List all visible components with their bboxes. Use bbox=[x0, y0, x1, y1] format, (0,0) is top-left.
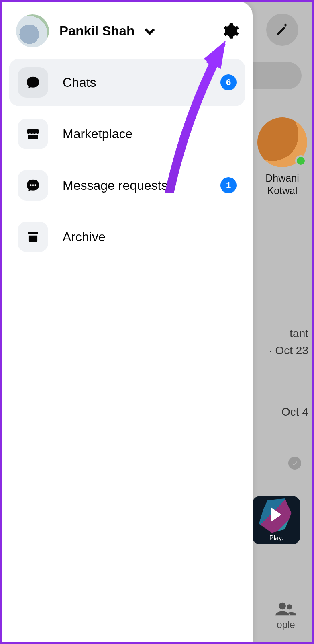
menu-item-message-requests[interactable]: Message requests 1 bbox=[9, 162, 245, 209]
gear-icon bbox=[221, 22, 239, 40]
svg-rect-5 bbox=[28, 232, 38, 234]
side-drawer: Pankil Shah Chats 6 Marketplace bbox=[2, 2, 253, 642]
profile-avatar[interactable] bbox=[16, 14, 49, 47]
people-tab[interactable]: ople bbox=[275, 600, 296, 630]
chat-icon bbox=[18, 67, 48, 98]
menu-item-chats[interactable]: Chats 6 bbox=[9, 59, 245, 106]
people-label: ople bbox=[277, 619, 295, 630]
story-avatar bbox=[257, 117, 307, 167]
svg-point-0 bbox=[279, 603, 286, 609]
story-name: Dhwani Kotwal bbox=[265, 172, 299, 197]
chat-preview-date: · Oct 23 bbox=[269, 344, 308, 357]
svg-point-3 bbox=[32, 184, 34, 186]
chat-preview-date: Oct 4 bbox=[281, 406, 308, 418]
settings-button[interactable] bbox=[220, 21, 241, 41]
message-requests-icon bbox=[18, 170, 48, 201]
play-label: Play. bbox=[269, 535, 283, 542]
account-switcher[interactable] bbox=[143, 24, 157, 38]
svg-point-2 bbox=[30, 184, 31, 186]
chat-preview-text: tant bbox=[290, 327, 308, 340]
play-card[interactable]: Play. bbox=[252, 496, 300, 544]
play-icon bbox=[271, 507, 281, 522]
drawer-menu: Chats 6 Marketplace Message requests 1 A… bbox=[9, 59, 245, 260]
chevron-down-icon bbox=[143, 24, 157, 38]
profile-name[interactable]: Pankil Shah bbox=[59, 23, 135, 39]
drawer-header: Pankil Shah bbox=[9, 9, 245, 59]
menu-label: Marketplace bbox=[63, 127, 133, 142]
menu-item-marketplace[interactable]: Marketplace bbox=[9, 110, 245, 158]
menu-label: Chats bbox=[63, 75, 96, 90]
menu-item-archive[interactable]: Archive bbox=[9, 213, 245, 260]
svg-point-4 bbox=[34, 184, 36, 186]
delivered-icon bbox=[288, 457, 301, 470]
menu-label: Archive bbox=[63, 230, 106, 244]
menu-label: Message requests bbox=[63, 178, 167, 193]
online-indicator bbox=[295, 155, 306, 166]
chats-badge: 6 bbox=[220, 74, 237, 90]
archive-icon bbox=[18, 222, 48, 252]
pencil-icon bbox=[275, 23, 289, 37]
svg-point-1 bbox=[287, 604, 292, 609]
compose-button[interactable] bbox=[266, 14, 298, 46]
story-item[interactable]: Dhwani Kotwal bbox=[257, 117, 307, 197]
marketplace-icon bbox=[18, 119, 48, 149]
people-icon bbox=[275, 600, 296, 617]
requests-badge: 1 bbox=[220, 177, 237, 193]
